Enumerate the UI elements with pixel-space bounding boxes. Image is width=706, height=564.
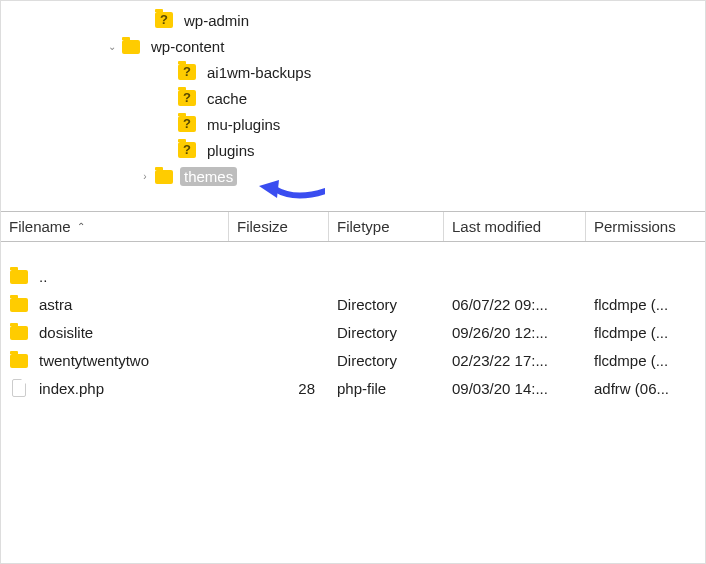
column-header-filesize[interactable]: Filesize <box>229 212 329 241</box>
column-header-label: Filename <box>9 218 71 235</box>
folder-icon <box>121 36 141 56</box>
list-item[interactable]: astraDirectory06/07/22 09:...flcdmpe (..… <box>1 290 705 318</box>
sort-ascending-icon: ⌃ <box>77 221 85 232</box>
file-size: 28 <box>229 380 329 397</box>
tree-item[interactable]: ⌄wp-content <box>1 33 705 59</box>
file-list[interactable]: ..astraDirectory06/07/22 09:...flcdmpe (… <box>1 242 705 402</box>
tree-item[interactable]: ·?wp-admin <box>1 7 705 33</box>
folder-icon <box>154 166 174 186</box>
list-item[interactable]: dosisliteDirectory09/26/20 12:...flcdmpe… <box>1 318 705 346</box>
tree-item[interactable]: ·?ai1wm-backups <box>1 59 705 85</box>
file-modified: 06/07/22 09:... <box>444 296 586 313</box>
file-name: .. <box>39 268 47 285</box>
folder-unknown-icon: ? <box>177 140 197 160</box>
folder-unknown-icon: ? <box>177 114 197 134</box>
folder-icon <box>9 322 29 342</box>
file-type: Directory <box>329 352 444 369</box>
folder-icon <box>9 294 29 314</box>
file-modified: 02/23/22 17:... <box>444 352 586 369</box>
list-item[interactable]: .. <box>1 262 705 290</box>
folder-icon <box>9 266 29 286</box>
file-type: php-file <box>329 380 444 397</box>
file-name: twentytwentytwo <box>39 352 149 369</box>
tree-item-label: ai1wm-backups <box>203 63 315 82</box>
column-header-permissions[interactable]: Permissions <box>586 212 705 241</box>
tree-item-label: mu-plugins <box>203 115 284 134</box>
tree-item[interactable]: ·?plugins <box>1 137 705 163</box>
file-icon <box>9 378 29 398</box>
column-header-last-modified[interactable]: Last modified <box>444 212 586 241</box>
folder-unknown-icon: ? <box>177 88 197 108</box>
file-modified: 09/26/20 12:... <box>444 324 586 341</box>
file-modified: 09/03/20 14:... <box>444 380 586 397</box>
file-name: dosislite <box>39 324 93 341</box>
remote-directory-tree[interactable]: ·?wp-admin⌄wp-content·?ai1wm-backups·?ca… <box>1 1 705 211</box>
file-permissions: adfrw (06... <box>586 380 705 397</box>
file-name: index.php <box>39 380 104 397</box>
column-header-label: Filesize <box>237 218 288 235</box>
tree-item[interactable]: ›themes <box>1 163 705 189</box>
folder-unknown-icon: ? <box>154 10 174 30</box>
file-permissions: flcdmpe (... <box>586 296 705 313</box>
chevron-right-icon[interactable]: › <box>136 171 154 182</box>
tree-item-label: wp-content <box>147 37 228 56</box>
column-header-label: Permissions <box>594 218 676 235</box>
column-header-label: Last modified <box>452 218 541 235</box>
tree-item-label: plugins <box>203 141 259 160</box>
file-permissions: flcdmpe (... <box>586 324 705 341</box>
tree-item-label: cache <box>203 89 251 108</box>
file-list-header[interactable]: Filename ⌃ Filesize Filetype Last modifi… <box>1 212 705 242</box>
tree-item-label: themes <box>180 167 237 186</box>
chevron-down-icon[interactable]: ⌄ <box>103 41 121 52</box>
file-type: Directory <box>329 324 444 341</box>
file-name: astra <box>39 296 72 313</box>
file-type: Directory <box>329 296 444 313</box>
list-item[interactable]: twentytwentytwoDirectory02/23/22 17:...f… <box>1 346 705 374</box>
folder-unknown-icon: ? <box>177 62 197 82</box>
folder-icon <box>9 350 29 370</box>
list-item[interactable]: index.php28php-file09/03/20 14:...adfrw … <box>1 374 705 402</box>
tree-item-label: wp-admin <box>180 11 253 30</box>
column-header-label: Filetype <box>337 218 390 235</box>
tree-item[interactable]: ·?cache <box>1 85 705 111</box>
file-permissions: flcdmpe (... <box>586 352 705 369</box>
tree-item[interactable]: ·?mu-plugins <box>1 111 705 137</box>
column-header-filetype[interactable]: Filetype <box>329 212 444 241</box>
column-header-filename[interactable]: Filename ⌃ <box>1 212 229 241</box>
